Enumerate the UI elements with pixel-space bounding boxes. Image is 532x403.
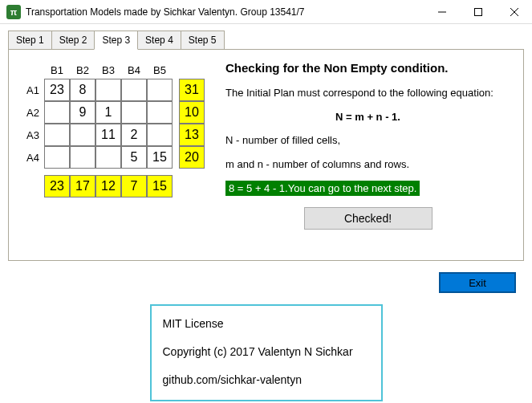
col-total: 17 <box>70 175 95 197</box>
table-cell: 15 <box>147 146 173 169</box>
table-cell: 9 <box>70 101 95 124</box>
tab-step5[interactable]: Step 5 <box>181 31 225 49</box>
col-total: 15 <box>147 175 173 197</box>
tab-strip: Step 1 Step 2 Step 3 Step 4 Step 5 <box>8 31 524 49</box>
info-line: m and n - number of columns and rows. <box>225 157 510 172</box>
table-cell: 1 <box>95 101 121 124</box>
table-cell <box>121 79 147 101</box>
table-cell: 8 <box>70 79 95 101</box>
row-header: A1 <box>26 84 39 96</box>
transport-table: B1 B2 B3 B4 B5 A1 23 8 31 A2 9 1 <box>22 61 205 246</box>
row-header: A3 <box>26 129 39 141</box>
maximize-button[interactable] <box>460 0 496 23</box>
table-cell: 23 <box>44 79 70 101</box>
tab-step2[interactable]: Step 2 <box>51 31 95 49</box>
table-cell: 11 <box>95 124 121 146</box>
row-total: 31 <box>179 79 205 101</box>
row-total: 20 <box>179 146 205 169</box>
tab-step1[interactable]: Step 1 <box>8 31 52 49</box>
window-title: Transportation Models made by Sichkar Va… <box>26 6 424 18</box>
row-total: 13 <box>179 124 205 146</box>
tab-step3[interactable]: Step 3 <box>94 31 138 50</box>
license-box: MIT License Copyright (c) 2017 Valentyn … <box>150 304 383 401</box>
table-cell <box>44 101 70 124</box>
checked-button[interactable]: Checked! <box>304 207 433 230</box>
app-icon: π <box>6 5 21 19</box>
col-total: 12 <box>95 175 121 197</box>
license-line: Copyright (c) 2017 Valentyn N Sichkar <box>163 344 370 360</box>
info-panel: Checking for the Non Empty condition. Th… <box>225 61 510 246</box>
table-cell <box>121 101 147 124</box>
license-line: MIT License <box>163 315 370 332</box>
table-cell <box>44 146 70 169</box>
table-cell <box>44 124 70 146</box>
table-cell <box>147 79 173 101</box>
table-cell <box>147 101 173 124</box>
col-total: 23 <box>44 175 70 197</box>
row-header: A4 <box>26 152 39 164</box>
titlebar: π Transportation Models made by Sichkar … <box>0 0 532 24</box>
col-header: B2 <box>76 64 89 76</box>
col-header: B3 <box>102 64 115 76</box>
tab-step4[interactable]: Step 4 <box>137 31 181 49</box>
license-line: github.com/sichkar-valentyn <box>163 372 370 389</box>
info-heading: Checking for the Non Empty condition. <box>225 61 510 75</box>
col-total: 7 <box>121 175 147 197</box>
exit-button[interactable]: Exit <box>439 272 516 293</box>
row-header: A2 <box>26 107 39 119</box>
close-button[interactable] <box>496 0 532 23</box>
info-line: The Initial Plan must correspond to the … <box>225 86 510 100</box>
info-line: N - number of filled cells, <box>225 133 510 148</box>
table-cell <box>95 146 121 169</box>
window-controls <box>424 0 532 23</box>
col-header: B1 <box>51 64 63 76</box>
info-equation: N = m + n - 1. <box>225 110 510 124</box>
table-cell <box>70 124 95 146</box>
minimize-button[interactable] <box>424 0 460 23</box>
col-header: B5 <box>153 64 166 76</box>
svg-rect-1 <box>474 8 481 15</box>
table-cell <box>95 79 121 101</box>
table-cell <box>147 124 173 146</box>
result-message: 8 = 5 + 4 - 1.You can go to the next ste… <box>225 181 420 196</box>
row-total: 10 <box>179 101 205 124</box>
col-header: B4 <box>128 64 140 76</box>
table-cell <box>70 146 95 169</box>
table-cell: 5 <box>121 146 147 169</box>
table-cell: 2 <box>121 124 147 146</box>
tab-panel: B1 B2 B3 B4 B5 A1 23 8 31 A2 9 1 <box>8 49 524 261</box>
